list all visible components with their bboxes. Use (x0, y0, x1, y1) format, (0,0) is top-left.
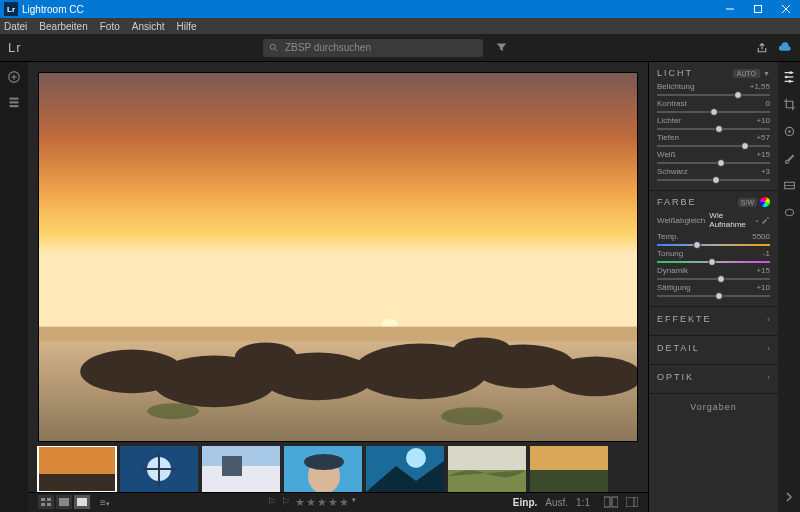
menu-edit[interactable]: Bearbeiten (39, 21, 87, 32)
slider-knob[interactable] (715, 292, 723, 300)
eyedropper-icon[interactable] (760, 215, 770, 225)
slider-dynamik[interactable]: Dynamik+15 (657, 266, 770, 280)
slider-sättigung[interactable]: Sättigung+10 (657, 283, 770, 297)
add-photos-icon[interactable] (7, 70, 21, 84)
slider-belichtung[interactable]: Belichtung+1,55 (657, 82, 770, 96)
thumbnail-7[interactable] (530, 446, 608, 492)
original-toggle-icon[interactable] (604, 496, 618, 508)
svg-rect-26 (38, 446, 116, 474)
svg-point-4 (270, 44, 275, 49)
slider-label: Belichtung (657, 82, 694, 91)
healing-brush-icon[interactable] (783, 125, 796, 138)
share-icon[interactable] (756, 42, 768, 54)
slider-tiefen[interactable]: Tiefen+57 (657, 133, 770, 147)
wb-value[interactable]: Wie Aufnahme (709, 211, 752, 229)
slider-knob[interactable] (693, 241, 701, 249)
slider-knob[interactable] (712, 176, 720, 184)
menu-file[interactable]: Datei (4, 21, 27, 32)
menu-photo[interactable]: Foto (100, 21, 120, 32)
slider-tonung[interactable]: Tonung-1 (657, 249, 770, 263)
auto-button[interactable]: AUTO (733, 69, 760, 78)
thumbnail-2[interactable] (120, 446, 198, 492)
star-5[interactable]: ★ (339, 496, 349, 509)
presets-button[interactable]: Vorgaben (649, 394, 778, 420)
view-squaregrid-icon[interactable] (56, 495, 72, 509)
menu-view[interactable]: Ansicht (132, 21, 165, 32)
slider-weiß[interactable]: Weiß+15 (657, 150, 770, 164)
section-color: FARBE S/W Weißabgleich Wie Aufnahme ⌄ Te… (649, 191, 778, 307)
zoom-fill[interactable]: Ausf. (545, 497, 568, 508)
star-4[interactable]: ★ (328, 496, 338, 509)
view-photogrid-icon[interactable] (38, 495, 54, 509)
svg-point-25 (441, 407, 503, 425)
section-light-title[interactable]: LICHT (657, 68, 693, 78)
crop-icon[interactable] (783, 98, 796, 111)
slider-knob[interactable] (717, 159, 725, 167)
thumbnail-3[interactable] (202, 446, 280, 492)
thumbnail-1[interactable] (38, 446, 116, 492)
main-image[interactable] (38, 72, 638, 442)
slider-label: Kontrast (657, 99, 687, 108)
sort-button[interactable]: ≡▾ (100, 497, 110, 508)
slider-kontrast[interactable]: Kontrast0 (657, 99, 770, 113)
star-3[interactable]: ★ (317, 496, 327, 509)
flag-pick-icon[interactable]: ⚐ (267, 496, 276, 509)
close-button[interactable] (772, 0, 800, 18)
slider-value: +15 (756, 266, 770, 275)
slider-value: +1,55 (750, 82, 770, 91)
toggle-panel-icon[interactable] (784, 492, 794, 502)
slider-knob[interactable] (717, 275, 725, 283)
star-1[interactable]: ★ (295, 496, 305, 509)
flag-reject-icon[interactable]: ⚐ (281, 496, 290, 509)
brush-icon[interactable] (783, 152, 796, 165)
slider-label: Tiefen (657, 133, 679, 142)
svg-point-22 (235, 343, 297, 371)
filter-button[interactable] (489, 39, 513, 57)
svg-point-37 (304, 454, 344, 470)
slider-knob[interactable] (741, 142, 749, 150)
svg-rect-34 (222, 456, 242, 476)
window-title: Lightroom CC (22, 4, 716, 15)
section-detail[interactable]: DETAIL‹ (649, 336, 778, 365)
slider-label: Temp. (657, 232, 679, 241)
section-optics[interactable]: OPTIK‹ (649, 365, 778, 394)
slider-knob[interactable] (710, 108, 718, 116)
svg-rect-40 (448, 446, 526, 470)
thumbnail-6[interactable] (448, 446, 526, 492)
section-effects[interactable]: EFFEKTE‹ (649, 307, 778, 336)
view-detail-icon[interactable] (74, 495, 90, 509)
chevron-left-icon: ‹ (767, 344, 770, 353)
slider-schwarz[interactable]: Schwarz+3 (657, 167, 770, 181)
my-photos-icon[interactable] (8, 96, 20, 108)
cloud-sync-icon[interactable] (778, 42, 792, 54)
zoom-ratio[interactable]: 1:1 (576, 497, 590, 508)
maximize-button[interactable] (744, 0, 772, 18)
slider-knob[interactable] (708, 258, 716, 266)
toggle-panels-icon[interactable] (626, 497, 638, 507)
radial-gradient-icon[interactable] (783, 206, 796, 219)
slider-knob[interactable] (734, 91, 742, 99)
thumbnail-5[interactable] (366, 446, 444, 492)
svg-rect-45 (47, 498, 51, 501)
slider-temp.[interactable]: Temp.5500 (657, 232, 770, 246)
bw-button[interactable]: S/W (738, 198, 757, 207)
minimize-button[interactable] (716, 0, 744, 18)
star-2[interactable]: ★ (306, 496, 316, 509)
light-menu-icon[interactable]: ▼ (763, 70, 770, 77)
thumbnail-4[interactable] (284, 446, 362, 492)
zoom-fit[interactable]: Einp. (513, 497, 537, 508)
linear-gradient-icon[interactable] (783, 179, 796, 192)
color-mixer-icon[interactable] (760, 197, 770, 207)
chevron-left-icon: ‹ (767, 315, 770, 324)
section-color-title[interactable]: FARBE (657, 197, 697, 207)
edit-sliders-icon[interactable] (782, 70, 796, 84)
slider-value: +10 (756, 283, 770, 292)
menu-help[interactable]: Hilfe (177, 21, 197, 32)
search-input[interactable]: ZBSP durchsuchen (263, 39, 483, 57)
slider-knob[interactable] (715, 125, 723, 133)
wb-label: Weißabgleich (657, 216, 705, 225)
slider-lichter[interactable]: Lichter+10 (657, 116, 770, 130)
svg-point-55 (789, 71, 792, 74)
svg-rect-52 (626, 497, 638, 507)
star-dropdown[interactable]: ▾ (352, 496, 356, 509)
